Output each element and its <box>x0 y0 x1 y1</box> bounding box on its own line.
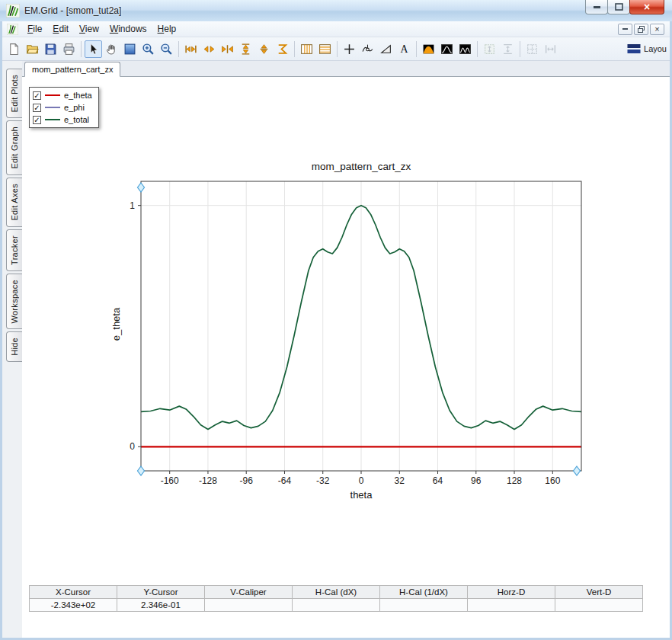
svg-text:A: A <box>401 43 408 55</box>
mdi-restore-icon <box>638 26 645 33</box>
legend-checkbox-e-phi[interactable] <box>33 104 41 112</box>
sidebar-tab-edit-graph[interactable]: Edit Graph <box>6 120 22 175</box>
close-button[interactable]: × <box>629 0 664 14</box>
layout-button[interactable]: Layou <box>627 43 667 54</box>
legend-checkbox-e-theta[interactable] <box>33 91 41 100</box>
arrows-in-x-button[interactable] <box>219 40 236 58</box>
status-header-row: X-Cursor Y-Cursor V-Caliper H-Cal (dX) H… <box>30 586 643 599</box>
text-label-button[interactable]: A <box>395 40 413 58</box>
open-folder-icon <box>26 43 39 56</box>
sum-button[interactable] <box>274 40 291 58</box>
waveform-1-button[interactable] <box>438 40 456 58</box>
mdi-restore-button[interactable] <box>634 24 648 35</box>
mdi-minimize-icon <box>622 28 628 30</box>
panes-vertical-button[interactable] <box>298 40 315 58</box>
open-file-button[interactable] <box>24 40 41 58</box>
maximize-button[interactable] <box>607 0 630 14</box>
mdi-close-button[interactable]: × <box>650 24 664 35</box>
mdi-minimize-button[interactable] <box>618 24 632 35</box>
legend-line-sample <box>45 94 60 96</box>
close-icon: × <box>644 2 650 12</box>
arrows-out-x-button[interactable] <box>200 40 218 58</box>
status-header: Vert-D <box>555 586 643 599</box>
toolbar-separator <box>416 41 417 57</box>
slope-triangle-button[interactable] <box>377 40 395 58</box>
mdi-close-icon: × <box>654 25 659 34</box>
x-tick-label: -160 <box>161 475 179 486</box>
zoom-in-icon <box>142 43 155 56</box>
arrows-in-x-icon <box>221 43 234 56</box>
x-tick-label: 160 <box>545 475 560 486</box>
select-cursor-button[interactable] <box>85 40 102 58</box>
legend-checkbox-e-total[interactable] <box>33 116 41 124</box>
legend-line-sample <box>45 107 60 108</box>
save-floppy-icon <box>44 43 57 56</box>
document-tab[interactable]: mom_pattern_cart_zx <box>24 62 120 77</box>
tracker-icon <box>361 43 374 56</box>
sidebar-tab-hide[interactable]: Hide <box>6 331 22 362</box>
text-label-icon: A <box>398 43 411 56</box>
expand-y-button[interactable] <box>237 40 254 58</box>
fit-box-icon <box>483 43 496 56</box>
status-value-y-cursor: 2.346e-01 <box>117 599 205 612</box>
new-document-icon <box>8 43 21 56</box>
x-tick-label: 32 <box>395 475 405 486</box>
status-header: H-Cal (dX) <box>293 586 380 599</box>
snap-grid-disabled-button <box>523 40 541 58</box>
fit-box-disabled-button <box>481 40 498 58</box>
app-window: EM.Grid - [smom_tut2a] × File Edit View … <box>0 0 672 640</box>
sidebar-tab-workspace[interactable]: Workspace <box>6 274 22 330</box>
sidebar-tab-edit-axes[interactable]: Edit Axes <box>6 178 22 227</box>
status-value-vert-d <box>555 599 643 612</box>
status-value-v-caliper <box>205 599 293 612</box>
menu-windows[interactable]: Windows <box>104 22 152 36</box>
minimize-button[interactable] <box>585 0 608 14</box>
pan-hand-button[interactable] <box>103 40 120 58</box>
printer-icon <box>62 43 75 56</box>
panes-horizontal-icon <box>318 43 331 56</box>
zoom-out-button[interactable] <box>158 40 175 58</box>
tracker-button[interactable] <box>359 40 376 58</box>
toolbar-separator <box>178 41 179 57</box>
fit-vertical-disabled-button <box>499 40 517 58</box>
plot-svg[interactable]: -160-128-96-64-32032649612816001 <box>114 153 616 504</box>
mdi-window-controls: × <box>618 24 667 35</box>
x-tick-label: 0 <box>359 475 364 486</box>
status-header: Horz-D <box>468 586 555 599</box>
menu-view[interactable]: View <box>74 22 104 36</box>
sidebar-tab-tracker[interactable]: Tracker <box>6 229 22 271</box>
status-value-x-cursor: -2.343e+02 <box>30 599 117 612</box>
menu-file[interactable]: File <box>22 22 47 36</box>
legend-box: e_theta e_phi e_total <box>29 87 99 128</box>
panes-horizontal-button[interactable] <box>316 40 334 58</box>
status-header: Y-Cursor <box>117 586 205 599</box>
legend-line-sample <box>45 119 60 120</box>
crosshair-icon <box>343 43 356 56</box>
x-tick-label: 128 <box>507 475 522 486</box>
crosshair-button[interactable] <box>341 40 358 58</box>
axis-handle[interactable] <box>138 466 145 475</box>
axis-handle[interactable] <box>574 466 581 475</box>
menu-help[interactable]: Help <box>152 22 182 36</box>
minimize-icon <box>594 6 600 8</box>
axis-handle[interactable] <box>138 183 145 192</box>
expand-x-button[interactable] <box>182 40 200 58</box>
zoom-in-button[interactable] <box>139 40 157 58</box>
menu-edit[interactable]: Edit <box>47 22 74 36</box>
new-document-button[interactable] <box>5 40 23 58</box>
y-tick-label: 1 <box>130 200 135 211</box>
save-button[interactable] <box>42 40 59 58</box>
zoom-window-button[interactable] <box>121 40 139 58</box>
x-tick-label: -96 <box>240 475 254 486</box>
sidebar-tab-edit-plots[interactable]: Edit Plots <box>6 69 22 118</box>
layout-label: Layou <box>644 44 667 53</box>
y-tick-label: 0 <box>130 441 135 452</box>
gradient-plot-button[interactable] <box>420 40 437 58</box>
legend-item-e-total: e_total <box>33 115 92 124</box>
print-button[interactable] <box>60 40 78 58</box>
arrows-updown-button[interactable] <box>255 40 273 58</box>
arrows-out-x-icon <box>203 43 216 56</box>
zoom-out-icon <box>160 43 173 56</box>
waveform-2-button[interactable] <box>456 40 474 58</box>
gradient-plot-icon <box>422 43 435 56</box>
